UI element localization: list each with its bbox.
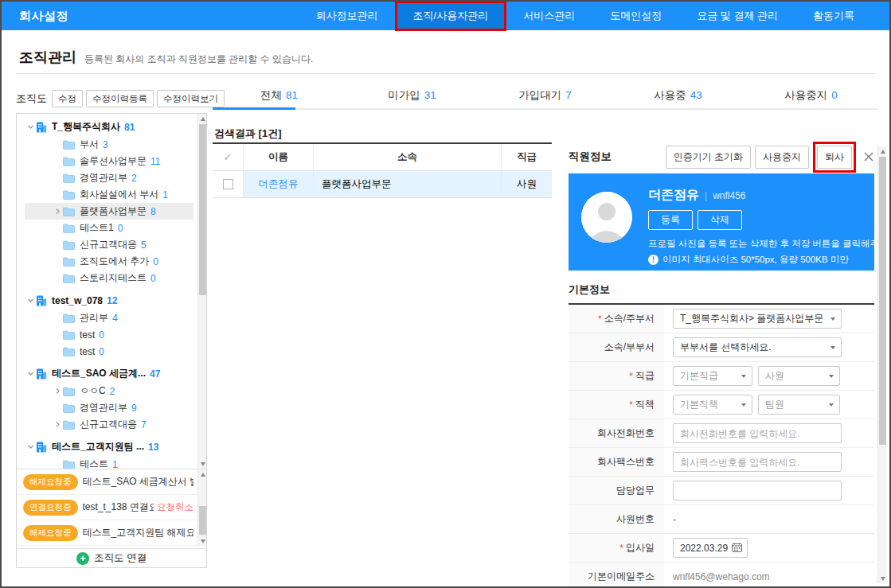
avatar: [581, 192, 632, 243]
nav-item-link[interactable]: 회사정보관리: [299, 2, 396, 30]
chevron-right-icon[interactable]: [52, 421, 63, 428]
scroll-down-icon[interactable]: [198, 459, 206, 469]
form-select[interactable]: 팀원: [758, 395, 840, 415]
tree-item-label: 테스트_고객지원팀 ...: [52, 440, 144, 454]
orgchart-toolbar-button[interactable]: 수정이력등록: [86, 90, 154, 107]
tree-item-folder[interactable]: ㅇㅇC2: [25, 383, 193, 399]
scroll-up-icon[interactable]: [878, 146, 887, 156]
tree-item-folder[interactable]: 조직도에서 추가0: [25, 253, 193, 270]
tree-item-label: 신규고객대응: [80, 418, 137, 431]
date-input[interactable]: 2022.03.29: [673, 538, 748, 558]
chevron-right-icon[interactable]: [52, 387, 63, 395]
tree-item-company[interactable]: 테스트_고객지원팀 ...13: [25, 438, 193, 456]
form-text-input[interactable]: [673, 452, 842, 472]
tree-item-label: test: [80, 346, 95, 357]
page-subtitle: 등록된 회사의 조직과 직원정보를 관리할 수 있습니다.: [84, 53, 313, 66]
tab-item[interactable]: 미가입31: [346, 84, 479, 108]
form-label-text: 직급: [635, 369, 655, 383]
tree-item-company[interactable]: test_w_07812: [25, 291, 193, 310]
employee-name-link[interactable]: 더존점유: [259, 177, 299, 191]
employee-action-button[interactable]: 인증기기 초기화: [666, 146, 751, 169]
chevron-down-icon: [829, 375, 834, 378]
scroll-up-icon[interactable]: [198, 469, 206, 479]
tree-item-folder[interactable]: 스토리지테스트0: [25, 270, 193, 286]
required-star-icon: *: [598, 313, 602, 325]
request-row[interactable]: 해제요청중테스트_SAO 세금계산서 발…: [17, 469, 206, 495]
tree-item-folder[interactable]: 경영관리부9: [25, 399, 193, 416]
tree-item-folder[interactable]: 테스트1: [25, 456, 193, 469]
nav-item-link[interactable]: 도메인설정: [592, 2, 679, 30]
scroll-up-icon[interactable]: [198, 114, 206, 123]
employee-panel-scrollbar[interactable]: [877, 146, 886, 583]
photo-button[interactable]: 삭제: [698, 210, 742, 230]
chevron-right-icon[interactable]: [52, 208, 63, 215]
calendar-icon[interactable]: [732, 543, 742, 552]
form-label: 회사팩스번호: [569, 448, 664, 476]
close-icon[interactable]: [863, 151, 874, 162]
form-select[interactable]: 기본직급: [673, 366, 752, 386]
form-select[interactable]: 기본직책: [673, 395, 752, 415]
tree-item-folder[interactable]: test0: [25, 326, 193, 343]
tab-item[interactable]: 사용중지0: [744, 84, 877, 108]
tab-label: 미가입: [388, 89, 420, 101]
photo-button[interactable]: 등록: [648, 210, 693, 230]
tab-active[interactable]: 전체81: [213, 84, 346, 108]
tree-item-folder[interactable]: 경영관리부2: [25, 169, 193, 186]
folder-icon: [63, 347, 75, 356]
scroll-down-icon[interactable]: [878, 574, 887, 583]
chevron-down-icon[interactable]: [25, 123, 36, 130]
orgchart-connect-button[interactable]: + 조직도 연결: [17, 548, 206, 567]
tree-item-company[interactable]: T_행복주식회사81: [25, 118, 193, 136]
employee-action-button[interactable]: 사용중지: [755, 146, 809, 169]
form-text-input[interactable]: [673, 423, 842, 443]
form-select[interactable]: 부부서를 선택하세요.: [673, 337, 842, 357]
form-value: T_행복주식회사> 플랫폼사업부문: [664, 305, 874, 333]
tree-item-folder[interactable]: 신규고객대응5: [25, 236, 193, 253]
tree-item-folder[interactable]: test0: [25, 343, 193, 360]
request-row[interactable]: 해제요청중테스트_고객지원팀 해제요…: [17, 520, 206, 546]
tree-item-folder[interactable]: 솔루션사업부문11: [25, 153, 193, 169]
orgchart-toolbar-button[interactable]: 수정: [52, 90, 83, 107]
tree-item-folder[interactable]: 부서3: [25, 136, 193, 153]
tree-item-folder[interactable]: 테스트10: [25, 220, 193, 236]
status-tabs: 전체81미가입31가입대기7사용중43사용중지0: [213, 84, 878, 110]
tree-item-count: 13: [148, 442, 158, 453]
employee-scrollbar-thumb[interactable]: [879, 157, 886, 445]
tree-item-folder[interactable]: 회사설설에서 부서1: [25, 186, 193, 203]
tree-scrollbar-thumb[interactable]: [199, 124, 206, 295]
company-settings-screen: 회사설정 회사정보관리조직/사용자관리서비스관리도메인설정요금 및 결제 관리활…: [0, 0, 891, 588]
request-row[interactable]: 연결요청중test_t_138 연결요…요청취소: [17, 495, 206, 520]
employee-action-button[interactable]: 퇴사: [817, 146, 852, 169]
tab-label: 전체: [260, 89, 282, 101]
tree-item-folder[interactable]: 관리부4: [25, 310, 193, 326]
tab-item[interactable]: 사용중43: [612, 84, 744, 108]
scroll-down-icon[interactable]: [198, 536, 206, 546]
chevron-down-icon[interactable]: [25, 443, 36, 450]
tab-count: 31: [424, 89, 436, 101]
folder-icon: [63, 257, 75, 267]
nav-item-active[interactable]: 조직/사용자관리: [396, 2, 506, 30]
required-star-icon: *: [619, 543, 623, 554]
tree-item-folder[interactable]: 신규고객대응7: [25, 416, 193, 433]
table-row[interactable]: 더존점유플랫폼사업부문사원: [213, 171, 552, 198]
chevron-down-icon[interactable]: [25, 370, 36, 377]
request-scrollbar-thumb[interactable]: [199, 506, 206, 535]
nav-item-link[interactable]: 요금 및 결제 관리: [679, 2, 795, 30]
chevron-down-icon[interactable]: [25, 297, 36, 304]
header-divider: [16, 73, 875, 74]
request-scrollbar[interactable]: [197, 469, 206, 546]
tree-item-count: 12: [107, 295, 117, 306]
plus-icon: +: [76, 552, 89, 565]
tree-item-company[interactable]: 테스트_SAO 세금계...47: [25, 364, 193, 383]
form-select[interactable]: T_행복주식회사> 플랫폼사업부문: [673, 309, 842, 329]
tree-scrollbar[interactable]: [197, 114, 206, 469]
tab-item[interactable]: 가입대기7: [479, 84, 612, 108]
request-cancel-link[interactable]: 요청취소: [157, 501, 193, 513]
form-select[interactable]: 사원: [758, 366, 840, 386]
row-checkbox[interactable]: [223, 179, 233, 189]
form-text-input[interactable]: [673, 481, 842, 500]
nav-item-link[interactable]: 서비스관리: [506, 2, 592, 30]
chevron-down-icon: [830, 346, 835, 349]
nav-item-link[interactable]: 활동기록: [795, 2, 872, 30]
tree-item-folder[interactable]: 플랫폼사업부문8: [25, 203, 193, 220]
